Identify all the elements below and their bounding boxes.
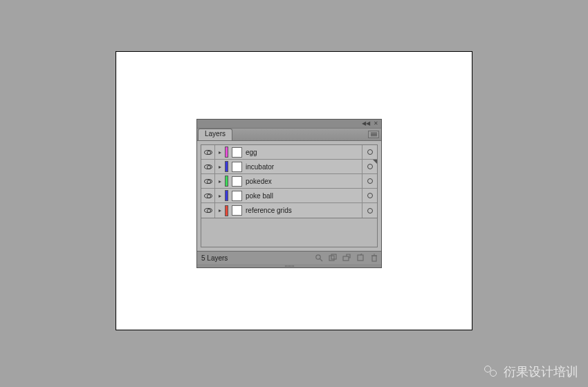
- layer-color-swatch: [225, 190, 228, 201]
- visibility-toggle[interactable]: [201, 160, 215, 173]
- layer-name-label[interactable]: pokedex: [246, 178, 362, 185]
- make-clipping-mask-icon[interactable]: [326, 252, 340, 263]
- target-indicator[interactable]: [362, 189, 377, 202]
- target-indicator[interactable]: [362, 145, 377, 159]
- target-ring-icon: [367, 178, 373, 184]
- layer-name-label[interactable]: reference grids: [246, 207, 362, 214]
- svg-rect-5: [358, 255, 363, 261]
- layer-thumbnail: [232, 162, 242, 172]
- target-indicator[interactable]: [362, 174, 377, 188]
- layer-row[interactable]: ▸ pokedex: [201, 174, 377, 189]
- layer-row[interactable]: ▸ poke ball: [201, 189, 377, 203]
- tab-layers[interactable]: Layers: [198, 129, 232, 140]
- close-panel-icon[interactable]: ✕: [374, 121, 378, 126]
- layer-thumbnail: [232, 147, 242, 158]
- svg-rect-6: [372, 256, 376, 261]
- disclosure-triangle-icon[interactable]: ▸: [215, 145, 225, 159]
- layer-name-label[interactable]: egg: [246, 149, 362, 156]
- eye-icon: [204, 208, 212, 213]
- disclosure-triangle-icon[interactable]: ▸: [215, 174, 225, 188]
- layer-color-swatch: [225, 147, 228, 158]
- layer-row[interactable]: ▸ incubator: [201, 160, 377, 174]
- selected-art-marker-icon: [373, 160, 377, 164]
- layer-color-swatch: [225, 205, 228, 216]
- visibility-toggle[interactable]: [201, 203, 215, 218]
- new-layer-icon[interactable]: [353, 252, 367, 263]
- svg-rect-4: [343, 256, 349, 261]
- svg-line-1: [320, 259, 323, 262]
- panel-menu-button[interactable]: [368, 131, 379, 138]
- watermark-text: 衍果设计培训: [504, 364, 578, 380]
- layer-color-swatch: [225, 161, 228, 172]
- layer-count-label: 5 Layers: [201, 254, 228, 262]
- disclosure-triangle-icon[interactable]: ▸: [215, 189, 225, 202]
- target-ring-icon: [367, 193, 373, 198]
- disclosure-triangle-icon[interactable]: ▸: [215, 203, 225, 218]
- layer-row[interactable]: ▸ reference grids: [201, 203, 377, 218]
- disclosure-triangle-icon[interactable]: ▸: [215, 160, 225, 173]
- eye-icon: [204, 150, 212, 155]
- layer-thumbnail: [232, 205, 242, 216]
- target-ring-icon: [367, 208, 373, 214]
- svg-point-0: [316, 255, 320, 259]
- weibo-logo-icon: [484, 366, 499, 378]
- layer-row[interactable]: ▸ egg: [201, 145, 377, 160]
- panel-footer: 5 Layers: [197, 251, 381, 267]
- target-ring-icon: [367, 164, 373, 169]
- new-sublayer-icon[interactable]: [340, 252, 353, 263]
- eye-icon: [204, 179, 212, 184]
- panel-topbar: ◀◀ ✕: [197, 120, 381, 129]
- layer-name-label[interactable]: poke ball: [246, 192, 362, 200]
- locate-object-icon[interactable]: [312, 252, 326, 263]
- target-indicator[interactable]: [362, 203, 377, 218]
- visibility-toggle[interactable]: [201, 174, 215, 188]
- layer-thumbnail: [232, 176, 242, 187]
- visibility-toggle[interactable]: [201, 189, 215, 202]
- layers-panel: ◀◀ ✕ Layers ▸ egg ▸ incubator ▸ pokedex: [196, 119, 382, 268]
- watermark: 衍果设计培训: [484, 364, 578, 380]
- collapse-panel-icon[interactable]: ◀◀: [362, 121, 370, 126]
- visibility-toggle[interactable]: [201, 145, 215, 159]
- target-ring-icon: [367, 149, 373, 155]
- layers-body: ▸ egg ▸ incubator ▸ pokedex ▸ poke ball: [197, 141, 381, 251]
- layer-name-label[interactable]: incubator: [246, 163, 362, 171]
- eye-icon: [204, 164, 212, 169]
- layer-color-swatch: [225, 176, 228, 187]
- target-indicator[interactable]: [362, 160, 377, 173]
- panel-tabbar: Layers: [197, 129, 381, 141]
- panel-resize-grip[interactable]: [197, 264, 381, 267]
- eye-icon: [204, 194, 212, 198]
- delete-layer-icon[interactable]: [367, 252, 381, 263]
- layer-thumbnail: [232, 191, 242, 201]
